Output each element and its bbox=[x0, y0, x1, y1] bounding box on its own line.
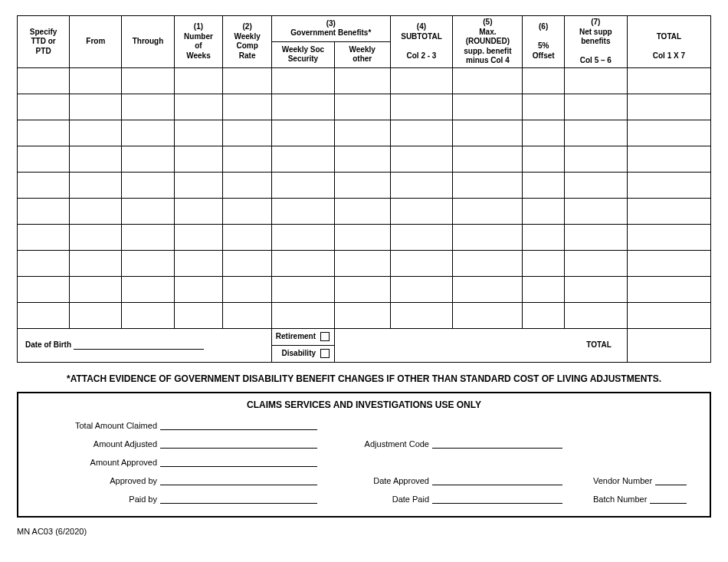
table-cell[interactable] bbox=[627, 120, 710, 146]
table-cell[interactable] bbox=[18, 302, 70, 328]
table-cell[interactable] bbox=[70, 67, 122, 94]
table-cell[interactable] bbox=[334, 198, 390, 224]
table-cell[interactable] bbox=[564, 198, 627, 224]
table-cell[interactable] bbox=[174, 120, 223, 146]
table-cell[interactable] bbox=[453, 224, 523, 250]
table-cell[interactable] bbox=[390, 276, 453, 302]
table-cell[interactable] bbox=[122, 172, 174, 198]
retirement-checkbox-icon[interactable] bbox=[320, 332, 330, 341]
table-cell[interactable] bbox=[122, 224, 174, 250]
table-cell[interactable] bbox=[627, 250, 710, 276]
table-cell[interactable] bbox=[122, 94, 174, 120]
table-cell[interactable] bbox=[223, 198, 272, 224]
table-cell[interactable] bbox=[18, 224, 70, 250]
table-cell[interactable] bbox=[334, 302, 390, 328]
disability-field[interactable]: Disability bbox=[271, 345, 334, 362]
table-cell[interactable] bbox=[523, 250, 565, 276]
table-cell[interactable] bbox=[523, 224, 565, 250]
table-cell[interactable] bbox=[271, 146, 334, 172]
table-cell[interactable] bbox=[271, 120, 334, 146]
table-cell[interactable] bbox=[523, 146, 565, 172]
table-cell[interactable] bbox=[70, 276, 122, 302]
table-cell[interactable] bbox=[453, 120, 523, 146]
table-cell[interactable] bbox=[18, 172, 70, 198]
table-cell[interactable] bbox=[390, 250, 453, 276]
date-approved-field[interactable]: Date Approved bbox=[348, 476, 562, 485]
table-cell[interactable] bbox=[627, 67, 710, 94]
table-cell[interactable] bbox=[334, 224, 390, 250]
date-paid-line[interactable] bbox=[432, 495, 562, 504]
table-cell[interactable] bbox=[627, 146, 710, 172]
table-cell[interactable] bbox=[271, 276, 334, 302]
table-cell[interactable] bbox=[18, 276, 70, 302]
adjustment-code-field[interactable]: Adjustment Code bbox=[348, 439, 562, 449]
table-cell[interactable] bbox=[122, 67, 174, 94]
table-cell[interactable] bbox=[334, 172, 390, 198]
table-cell[interactable] bbox=[564, 120, 627, 146]
table-cell[interactable] bbox=[627, 302, 710, 328]
amount-adjusted-field[interactable]: Amount Adjusted bbox=[41, 439, 317, 449]
table-cell[interactable] bbox=[18, 198, 70, 224]
table-cell[interactable] bbox=[564, 67, 627, 94]
table-cell[interactable] bbox=[390, 146, 453, 172]
table-cell[interactable] bbox=[174, 276, 223, 302]
table-cell[interactable] bbox=[18, 250, 70, 276]
table-cell[interactable] bbox=[390, 67, 453, 94]
table-cell[interactable] bbox=[122, 250, 174, 276]
table-cell[interactable] bbox=[523, 67, 565, 94]
table-cell[interactable] bbox=[453, 302, 523, 328]
paid-by-line[interactable] bbox=[160, 495, 317, 504]
table-cell[interactable] bbox=[70, 172, 122, 198]
adjustment-code-line[interactable] bbox=[432, 439, 562, 449]
table-cell[interactable] bbox=[18, 94, 70, 120]
table-cell[interactable] bbox=[223, 146, 272, 172]
table-cell[interactable] bbox=[174, 146, 223, 172]
table-cell[interactable] bbox=[523, 94, 565, 120]
table-cell[interactable] bbox=[564, 302, 627, 328]
table-cell[interactable] bbox=[453, 94, 523, 120]
table-cell[interactable] bbox=[70, 198, 122, 224]
table-cell[interactable] bbox=[271, 94, 334, 120]
table-cell[interactable] bbox=[174, 172, 223, 198]
table-cell[interactable] bbox=[174, 302, 223, 328]
table-cell[interactable] bbox=[453, 198, 523, 224]
table-cell[interactable] bbox=[223, 67, 272, 94]
table-cell[interactable] bbox=[122, 276, 174, 302]
vendor-number-field[interactable]: Vendor Number bbox=[593, 476, 687, 485]
table-cell[interactable] bbox=[334, 276, 390, 302]
table-cell[interactable] bbox=[334, 120, 390, 146]
table-cell[interactable] bbox=[122, 146, 174, 172]
table-cell[interactable] bbox=[390, 120, 453, 146]
dob-underline[interactable] bbox=[74, 340, 204, 350]
table-cell[interactable] bbox=[271, 224, 334, 250]
table-cell[interactable] bbox=[453, 146, 523, 172]
batch-number-field[interactable]: Batch Number bbox=[593, 495, 687, 504]
table-cell[interactable] bbox=[174, 67, 223, 94]
table-cell[interactable] bbox=[271, 67, 334, 94]
table-cell[interactable] bbox=[174, 250, 223, 276]
total-amount-claimed-line[interactable] bbox=[160, 421, 317, 430]
total-amount-claimed-field[interactable]: Total Amount Claimed bbox=[41, 421, 317, 430]
table-cell[interactable] bbox=[223, 120, 272, 146]
table-cell[interactable] bbox=[18, 67, 70, 94]
approved-by-field[interactable]: Approved by bbox=[41, 476, 317, 485]
table-cell[interactable] bbox=[18, 146, 70, 172]
table-cell[interactable] bbox=[453, 250, 523, 276]
table-cell[interactable] bbox=[390, 94, 453, 120]
amount-approved-line[interactable] bbox=[160, 458, 317, 467]
vendor-number-line[interactable] bbox=[655, 476, 687, 485]
table-cell[interactable] bbox=[453, 276, 523, 302]
table-cell[interactable] bbox=[271, 302, 334, 328]
table-cell[interactable] bbox=[390, 198, 453, 224]
table-cell[interactable] bbox=[627, 198, 710, 224]
table-cell[interactable] bbox=[453, 172, 523, 198]
table-cell[interactable] bbox=[627, 276, 710, 302]
table-cell[interactable] bbox=[70, 224, 122, 250]
table-cell[interactable] bbox=[564, 94, 627, 120]
table-cell[interactable] bbox=[627, 94, 710, 120]
table-cell[interactable] bbox=[564, 276, 627, 302]
table-cell[interactable] bbox=[122, 198, 174, 224]
table-cell[interactable] bbox=[334, 146, 390, 172]
table-cell[interactable] bbox=[523, 120, 565, 146]
table-cell[interactable] bbox=[174, 198, 223, 224]
